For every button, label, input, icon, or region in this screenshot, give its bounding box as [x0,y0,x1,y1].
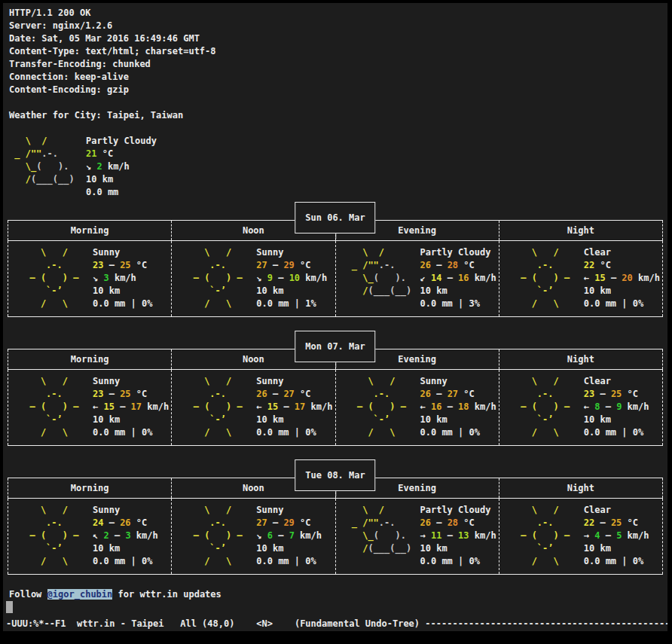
forecast-cell-evening: \ / _ /"".-. \_( ). /(___(__) Partly Clo… [335,241,499,316]
period-header-night: Night [499,221,663,240]
forecast-cell-noon: \ / .-. – ( ) – `-’ / \ Sunny 26 – 27 °C… [171,370,334,445]
forecast-cells: \ / .-. – ( ) – `-’ / \ Sunny 23 – 25 °C… [8,370,663,445]
visibility: 10 km [584,542,649,555]
precipitation: 0.0 mm | 0% [584,426,649,439]
precipitation: 0.0 mm | 0% [420,555,496,568]
precipitation: 0.0 mm | 0% [93,555,158,568]
precipitation: 0.0 mm | 3% [420,298,496,310]
temperature-range: 26 – 28 °C [420,517,496,530]
forecast-date: Mon 07. Mar [305,340,365,353]
weather-icon: \ / .-. – ( ) – `-’ / \ [8,246,93,316]
forecast-day: Tue 08. Mar Morning Noon Evening Night \… [8,459,663,575]
precipitation: 0.0 mm | 0% [584,298,660,310]
text-cursor [6,601,13,613]
forecast-cell-evening: \ / .-. – ( ) – `-’ / \ Sunny 26 – 27 °C… [335,370,499,445]
forecast-cell-morning: \ / .-. – ( ) – `-’ / \ Sunny 23 – 25 °C… [8,241,171,316]
forecast-date: Tue 08. Mar [305,469,365,482]
follow-line: Follow @igor_chubin for wttr.in updates [3,588,667,601]
precipitation: 0.0 mm | 0% [256,555,322,568]
visibility: 10 km [256,542,322,555]
period-header-morning: Morning [8,221,171,240]
forecast-cell-noon: \ / .-. – ( ) – `-’ / \ Sunny 27 – 29 °C… [171,499,334,574]
weather-icon: \ / _ /"".-. \_( ). /(___(__) [336,504,420,574]
wind-speed: ← 15 – 17 km/h [93,401,169,414]
temperature-range: 26 – 28 °C [420,259,496,272]
wind-speed: ↙ 14 – 16 km/h [420,272,496,285]
forecast-date-box: Tue 08. Mar [295,459,375,491]
weather-icon: \ / .-. – ( ) – `-’ / \ [499,504,584,574]
temperature-range: 27 – 29 °C [256,259,327,272]
visibility: 10 km [584,414,649,426]
condition-label: Clear [584,375,649,388]
http-headers: HTTP/1.1 200 OKServer: nginx/1.2.6Date: … [3,3,667,96]
terminal-window: HTTP/1.1 200 OKServer: nginx/1.2.6Date: … [0,0,672,644]
current-wind: ↘ 2 km/h [86,160,157,173]
forecast-cell-noon: \ / .-. – ( ) – `-’ / \ Sunny 27 – 29 °C… [171,241,334,316]
period-header-morning: Morning [8,478,171,498]
current-precipitation: 0.0 mm [86,186,157,199]
emacs-buffer[interactable]: HTTP/1.1 200 OKServer: nginx/1.2.6Date: … [3,3,667,631]
condition-label: Partly Cloudy [420,246,496,259]
temperature-range: 27 – 29 °C [256,517,322,530]
temperature-range: 26 – 27 °C [256,388,332,401]
temperature-range: 23 – 25 °C [93,388,169,401]
forecast-date: Sun 06. Mar [305,212,365,224]
forecast-day: Sun 06. Mar Morning Noon Evening Night \… [8,202,663,317]
weather-icon: \ / .-. – ( ) – `-’ / \ [336,375,420,445]
period-header-night: Night [499,478,663,498]
condition-label: Sunny [93,246,152,259]
forecast-day: Mon 07. Mar Morning Noon Evening Night \… [8,331,663,446]
precipitation: 0.0 mm | 0% [584,555,649,568]
current-visibility: 10 km [86,173,157,186]
precipitation: 0.0 mm | 0% [93,298,152,310]
cursor-line [3,601,667,614]
temperature-range: 23 – 25 °C [584,388,649,401]
current-conditions: \ / _ /"".-. \_( ). /(___(__) Partly Clo… [3,135,667,199]
temperature-range: 22 °C [584,259,660,272]
wind-speed: ↘ 9 – 10 km/h [256,272,327,285]
condition-label: Partly Cloudy [420,504,496,517]
weather-icon: \ / .-. – ( ) – `-’ / \ [499,246,584,316]
condition-label: Clear [584,246,660,259]
wind-speed: ↖ 2 – 3 km/h [93,530,158,542]
forecast-cell-night: \ / .-. – ( ) – `-’ / \ Clear 22 – 25 °C… [499,499,663,574]
condition-label: Sunny [420,375,496,388]
forecast-cell-morning: \ / .-. – ( ) – `-’ / \ Sunny 24 – 26 °C… [8,499,171,574]
follow-prefix: Follow [9,589,47,600]
forecast-cells: \ / .-. – ( ) – `-’ / \ Sunny 23 – 25 °C… [8,241,663,316]
visibility: 10 km [420,542,496,555]
wind-speed: ↘ 6 – 7 km/h [256,530,322,542]
weather-icon: \ / .-. – ( ) – `-’ / \ [8,504,93,574]
wind-speed: → 11 – 13 km/h [420,530,496,542]
condition-label: Sunny [93,375,169,388]
emacs-mode-line[interactable]: -UUU:%*--F1 wttr.in - Taipei All (48,0) … [3,616,667,631]
current-condition-label: Partly Cloudy [86,135,157,148]
wind-speed: ↘ 3 km/h [93,272,152,285]
visibility: 10 km [420,285,496,298]
weather-icon: \ / _ /"".-. \_( ). /(___(__) [336,246,420,316]
forecast-cell-evening: \ / _ /"".-. \_( ). /(___(__) Partly Clo… [335,499,499,574]
temperature-range: 23 – 25 °C [93,259,152,272]
forecast-cell-morning: \ / .-. – ( ) – `-’ / \ Sunny 23 – 25 °C… [8,370,171,445]
temperature-range: 26 – 27 °C [420,388,496,401]
visibility: 10 km [256,285,327,298]
visibility: 10 km [256,414,332,426]
precipitation: 0.0 mm | 1% [256,298,327,310]
precipitation: 0.0 mm | 0% [256,426,332,439]
weather-icon: \ / .-. – ( ) – `-’ / \ [8,375,93,445]
period-header-night: Night [499,349,663,369]
condition-label: Sunny [256,375,332,388]
condition-label: Sunny [256,504,322,517]
city-title: Weather for City: Taipei, Taiwan [3,109,667,122]
forecast-cell-night: \ / .-. – ( ) – `-’ / \ Clear 23 – 25 °C… [499,370,663,445]
condition-label: Sunny [93,504,158,517]
follow-suffix: for wttr.in updates [112,589,221,600]
period-header-morning: Morning [8,349,171,369]
weather-icon: \ / .-. – ( ) – `-’ / \ [499,375,584,445]
current-temperature: 21 °C [86,148,157,160]
forecast-date-box: Sun 06. Mar [295,202,375,233]
wind-speed: → 4 – 5 km/h [584,530,649,542]
visibility: 10 km [420,414,496,426]
visibility: 10 km [584,285,660,298]
twitter-handle-link[interactable]: @igor_chubin [47,589,113,600]
